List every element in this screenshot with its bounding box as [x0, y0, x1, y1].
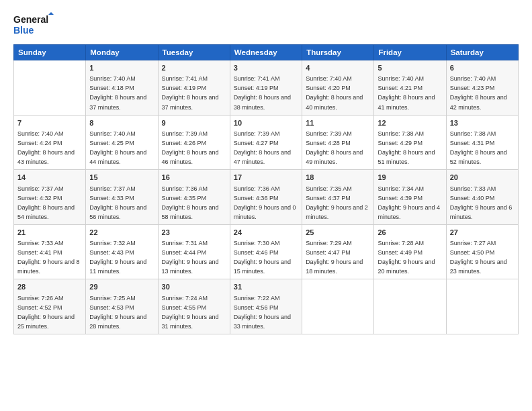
day-info: Sunrise: 7:30 AMSunset: 4:46 PMDaylight:… — [234, 240, 291, 275]
day-info: Sunrise: 7:40 AMSunset: 4:25 PMDaylight:… — [89, 130, 146, 165]
day-info: Sunrise: 7:39 AMSunset: 4:27 PMDaylight:… — [234, 130, 291, 165]
day-info: Sunrise: 7:38 AMSunset: 4:31 PMDaylight:… — [450, 130, 507, 165]
day-info: Sunrise: 7:32 AMSunset: 4:43 PMDaylight:… — [89, 240, 146, 275]
calendar-cell: 2Sunrise: 7:41 AMSunset: 4:19 PMDaylight… — [158, 60, 230, 116]
calendar-cell: 15Sunrise: 7:37 AMSunset: 4:33 PMDayligh… — [86, 170, 158, 225]
calendar-cell — [446, 279, 518, 334]
calendar-cell: 20Sunrise: 7:33 AMSunset: 4:40 PMDayligh… — [446, 170, 518, 225]
page: General Blue SundayMondayTuesdayWednesda… — [0, 0, 532, 411]
column-header-monday: Monday — [86, 45, 158, 60]
day-info: Sunrise: 7:35 AMSunset: 4:37 PMDaylight:… — [306, 185, 368, 220]
day-info: Sunrise: 7:25 AMSunset: 4:53 PMDaylight:… — [89, 295, 146, 330]
day-info: Sunrise: 7:26 AMSunset: 4:52 PMDaylight:… — [17, 295, 75, 330]
day-number: 6 — [450, 63, 515, 73]
day-info: Sunrise: 7:40 AMSunset: 4:24 PMDaylight:… — [17, 130, 75, 165]
day-info: Sunrise: 7:29 AMSunset: 4:47 PMDaylight:… — [306, 240, 363, 275]
calendar-cell: 13Sunrise: 7:38 AMSunset: 4:31 PMDayligh… — [446, 115, 518, 170]
day-info: Sunrise: 7:41 AMSunset: 4:19 PMDaylight:… — [162, 75, 219, 110]
calendar-cell: 19Sunrise: 7:34 AMSunset: 4:39 PMDayligh… — [374, 170, 446, 225]
logo: General Blue — [13, 12, 54, 38]
day-info: Sunrise: 7:28 AMSunset: 4:49 PMDaylight:… — [378, 240, 435, 275]
day-number: 18 — [306, 173, 370, 183]
day-number: 19 — [378, 173, 442, 183]
day-number: 24 — [234, 228, 298, 238]
day-number: 17 — [234, 173, 298, 183]
day-number: 3 — [234, 63, 298, 73]
logo-svg: General Blue — [13, 12, 54, 38]
day-number: 13 — [450, 118, 515, 128]
day-info: Sunrise: 7:37 AMSunset: 4:32 PMDaylight:… — [17, 185, 75, 220]
column-header-saturday: Saturday — [446, 45, 518, 60]
calendar-cell: 23Sunrise: 7:31 AMSunset: 4:44 PMDayligh… — [158, 224, 230, 279]
day-number: 1 — [89, 63, 154, 73]
calendar-cell: 7Sunrise: 7:40 AMSunset: 4:24 PMDaylight… — [14, 115, 86, 170]
calendar-cell: 9Sunrise: 7:39 AMSunset: 4:26 PMDaylight… — [158, 115, 230, 170]
calendar-cell: 28Sunrise: 7:26 AMSunset: 4:52 PMDayligh… — [14, 279, 86, 334]
day-number: 14 — [17, 173, 82, 183]
day-number: 5 — [378, 63, 442, 73]
calendar-cell — [302, 279, 374, 334]
calendar-cell: 27Sunrise: 7:27 AMSunset: 4:50 PMDayligh… — [446, 224, 518, 279]
calendar-cell: 18Sunrise: 7:35 AMSunset: 4:37 PMDayligh… — [302, 170, 374, 225]
calendar-cell: 10Sunrise: 7:39 AMSunset: 4:27 PMDayligh… — [230, 115, 302, 170]
column-header-friday: Friday — [374, 45, 446, 60]
svg-text:General: General — [13, 14, 48, 25]
calendar-table: SundayMondayTuesdayWednesdayThursdayFrid… — [13, 44, 519, 334]
day-number: 10 — [234, 118, 298, 128]
day-info: Sunrise: 7:33 AMSunset: 4:41 PMDaylight:… — [17, 240, 80, 275]
day-info: Sunrise: 7:34 AMSunset: 4:39 PMDaylight:… — [378, 185, 440, 220]
calendar-cell: 31Sunrise: 7:22 AMSunset: 4:56 PMDayligh… — [230, 279, 302, 334]
day-number: 26 — [378, 228, 442, 238]
calendar-cell — [14, 60, 86, 116]
day-info: Sunrise: 7:39 AMSunset: 4:28 PMDaylight:… — [306, 130, 363, 165]
svg-marker-2 — [48, 12, 54, 15]
calendar-cell: 3Sunrise: 7:41 AMSunset: 4:19 PMDaylight… — [230, 60, 302, 116]
calendar-cell: 25Sunrise: 7:29 AMSunset: 4:47 PMDayligh… — [302, 224, 374, 279]
day-info: Sunrise: 7:40 AMSunset: 4:20 PMDaylight:… — [306, 75, 363, 110]
day-number: 20 — [450, 173, 515, 183]
day-number: 27 — [450, 228, 515, 238]
calendar-cell: 17Sunrise: 7:36 AMSunset: 4:36 PMDayligh… — [230, 170, 302, 225]
day-info: Sunrise: 7:33 AMSunset: 4:40 PMDaylight:… — [450, 185, 513, 220]
day-info: Sunrise: 7:36 AMSunset: 4:35 PMDaylight:… — [162, 185, 219, 220]
day-info: Sunrise: 7:40 AMSunset: 4:18 PMDaylight:… — [89, 75, 146, 110]
week-row-4: 21Sunrise: 7:33 AMSunset: 4:41 PMDayligh… — [14, 224, 519, 279]
day-number: 21 — [17, 228, 82, 238]
week-row-5: 28Sunrise: 7:26 AMSunset: 4:52 PMDayligh… — [14, 279, 519, 334]
calendar-cell: 29Sunrise: 7:25 AMSunset: 4:53 PMDayligh… — [86, 279, 158, 334]
column-header-tuesday: Tuesday — [158, 45, 230, 60]
day-info: Sunrise: 7:27 AMSunset: 4:50 PMDaylight:… — [450, 240, 507, 275]
header-row: SundayMondayTuesdayWednesdayThursdayFrid… — [14, 45, 519, 60]
calendar-cell: 12Sunrise: 7:38 AMSunset: 4:29 PMDayligh… — [374, 115, 446, 170]
calendar-cell: 26Sunrise: 7:28 AMSunset: 4:49 PMDayligh… — [374, 224, 446, 279]
day-number: 30 — [162, 282, 226, 292]
day-info: Sunrise: 7:39 AMSunset: 4:26 PMDaylight:… — [162, 130, 219, 165]
calendar-cell: 1Sunrise: 7:40 AMSunset: 4:18 PMDaylight… — [86, 60, 158, 116]
calendar-cell: 5Sunrise: 7:40 AMSunset: 4:21 PMDaylight… — [374, 60, 446, 116]
svg-text:Blue: Blue — [13, 25, 34, 36]
calendar-cell: 6Sunrise: 7:40 AMSunset: 4:23 PMDaylight… — [446, 60, 518, 116]
day-info: Sunrise: 7:38 AMSunset: 4:29 PMDaylight:… — [378, 130, 435, 165]
day-number: 4 — [306, 63, 370, 73]
day-number: 23 — [162, 228, 226, 238]
header: General Blue — [13, 12, 519, 38]
day-number: 15 — [89, 173, 154, 183]
day-info: Sunrise: 7:31 AMSunset: 4:44 PMDaylight:… — [162, 240, 219, 275]
day-info: Sunrise: 7:40 AMSunset: 4:21 PMDaylight:… — [378, 75, 435, 110]
day-number: 11 — [306, 118, 370, 128]
week-row-1: 1Sunrise: 7:40 AMSunset: 4:18 PMDaylight… — [14, 60, 519, 116]
day-number: 25 — [306, 228, 370, 238]
calendar-cell: 24Sunrise: 7:30 AMSunset: 4:46 PMDayligh… — [230, 224, 302, 279]
day-number: 29 — [89, 282, 154, 292]
day-number: 8 — [89, 118, 154, 128]
calendar-cell: 21Sunrise: 7:33 AMSunset: 4:41 PMDayligh… — [14, 224, 86, 279]
column-header-thursday: Thursday — [302, 45, 374, 60]
calendar-cell: 8Sunrise: 7:40 AMSunset: 4:25 PMDaylight… — [86, 115, 158, 170]
day-info: Sunrise: 7:22 AMSunset: 4:56 PMDaylight:… — [234, 295, 291, 330]
column-header-wednesday: Wednesday — [230, 45, 302, 60]
calendar-cell — [374, 279, 446, 334]
week-row-2: 7Sunrise: 7:40 AMSunset: 4:24 PMDaylight… — [14, 115, 519, 170]
day-info: Sunrise: 7:40 AMSunset: 4:23 PMDaylight:… — [450, 75, 507, 110]
day-number: 12 — [378, 118, 442, 128]
calendar-cell: 22Sunrise: 7:32 AMSunset: 4:43 PMDayligh… — [86, 224, 158, 279]
